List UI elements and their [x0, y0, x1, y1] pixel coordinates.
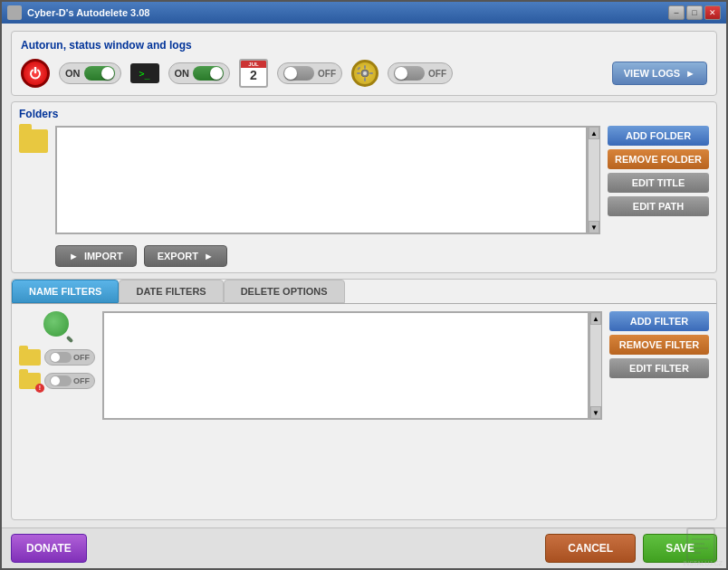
gear-toggle-group: OFF — [388, 62, 453, 84]
folder-icon — [19, 129, 48, 153]
tab-date-filters[interactable]: DATE FILTERS — [119, 280, 223, 303]
status-toggle[interactable] — [193, 66, 224, 81]
svg-rect-5 — [369, 72, 373, 74]
search-icon — [43, 311, 69, 337]
svg-rect-4 — [357, 72, 360, 74]
export-button[interactable]: EXPORT ► — [144, 245, 227, 267]
watermark-icon — [683, 524, 719, 563]
toggle2-label: ON — [175, 68, 190, 79]
autorun-controls: ON >_ ON JUL — [21, 59, 707, 88]
small-folder-2 — [19, 373, 41, 389]
cmd-icon: >_ — [130, 63, 159, 83]
toggle2-knob — [210, 67, 223, 80]
folder-list-container: ▲ ▼ — [55, 126, 600, 234]
mini-switch-2 — [50, 375, 72, 386]
import-export-row: ► IMPORT EXPORT ► — [55, 245, 600, 267]
filter-list-area: ▲ ▼ — [102, 311, 602, 512]
main-content: Autorun, status window and logs ON — [2, 24, 726, 527]
mini-off-label-2: OFF — [73, 376, 90, 385]
folders-title: Folders — [19, 108, 709, 120]
filter-body: OFF OFF — [12, 304, 716, 519]
folder-icon-area — [19, 126, 48, 153]
scroll-down-arrow[interactable]: ▼ — [589, 221, 599, 233]
add-filter-button[interactable]: ADD FILTER — [609, 311, 709, 331]
small-folder-1 — [19, 349, 41, 366]
window-title: Cyber-D's Autodelete 3.08 — [27, 7, 149, 18]
autorun-section: Autorun, status window and logs ON — [11, 31, 717, 96]
filter-row-1: OFF — [19, 349, 95, 366]
tab-name-filters[interactable]: NAME FILTERS — [12, 280, 119, 303]
svg-rect-2 — [364, 65, 366, 69]
svg-rect-6 — [357, 67, 360, 71]
svg-rect-3 — [364, 78, 366, 81]
power-button[interactable] — [21, 59, 50, 88]
edit-filter-button[interactable]: EDIT FILTER — [609, 358, 709, 378]
app-icon — [7, 5, 22, 20]
folder-buttons: ADD FOLDER REMOVE FOLDER EDIT TITLE EDIT… — [608, 126, 709, 216]
donate-button[interactable]: DONATE — [11, 534, 87, 563]
filter-buttons: ADD FILTER REMOVE FILTER EDIT FILTER — [609, 311, 709, 512]
autorun-toggle-group: ON — [59, 62, 121, 84]
remove-folder-button[interactable]: REMOVE FOLDER — [608, 149, 709, 169]
folders-section: Folders ▲ ▼ — [11, 101, 717, 273]
mini-toggle-2[interactable]: OFF — [44, 373, 95, 389]
status-toggle-group: ON — [168, 62, 231, 84]
filter-scroll-up[interactable]: ▲ — [590, 312, 601, 325]
scroll-track — [589, 139, 599, 221]
import-button[interactable]: ► IMPORT — [55, 245, 137, 267]
gear-toggle[interactable] — [394, 66, 425, 81]
gear-icon — [351, 60, 378, 87]
toggle4-label: OFF — [428, 69, 446, 79]
toggle3-label: OFF — [318, 69, 336, 79]
edit-path-button[interactable]: EDIT PATH — [608, 196, 709, 216]
toggle1-label: ON — [65, 68, 81, 79]
view-logs-button[interactable]: VIEW LOGS ► — [612, 62, 707, 85]
close-button[interactable]: ✕ — [704, 5, 721, 20]
toggle-knob — [101, 67, 114, 80]
mini-off-label-1: OFF — [73, 353, 90, 362]
svg-point-1 — [363, 71, 367, 75]
minimize-button[interactable]: – — [668, 5, 685, 20]
toggle4-knob — [395, 67, 407, 80]
titlebar: Cyber-D's Autodelete 3.08 – □ ✕ — [2, 2, 726, 24]
titlebar-controls: – □ ✕ — [668, 5, 721, 20]
filter-icons: OFF OFF — [19, 311, 95, 512]
bottom-bar: DONATE CANCEL SAVE INSTALUJ.CZ — [2, 527, 726, 568]
filter-section: NAME FILTERS DATE FILTERS DELETE OPTIONS — [11, 279, 717, 520]
calendar-toggle-group: OFF — [277, 62, 342, 84]
edit-title-button[interactable]: EDIT TITLE — [608, 173, 709, 193]
maximize-button[interactable]: □ — [686, 5, 703, 20]
remove-filter-button[interactable]: REMOVE FILTER — [609, 335, 709, 355]
cancel-button[interactable]: CANCEL — [545, 534, 636, 563]
autorun-title: Autorun, status window and logs — [21, 39, 707, 52]
main-window: Cyber-D's Autodelete 3.08 – □ ✕ Autorun,… — [0, 0, 728, 570]
filter-scrollbar[interactable]: ▲ ▼ — [589, 311, 602, 420]
titlebar-left: Cyber-D's Autodelete 3.08 — [7, 5, 149, 20]
folders-body: ▲ ▼ ► IMPORT EXPORT ► — [19, 126, 709, 267]
calendar-icon: JUL 2 — [239, 59, 268, 88]
autorun-toggle[interactable] — [84, 66, 115, 81]
filter-list[interactable] — [102, 311, 589, 420]
folder-list[interactable] — [55, 126, 588, 234]
filter-scroll-down[interactable]: ▼ — [590, 406, 601, 419]
folder-scrollbar[interactable]: ▲ ▼ — [588, 126, 600, 234]
scroll-up-arrow[interactable]: ▲ — [589, 127, 599, 139]
watermark-text: INSTALUJ.CZ — [683, 560, 723, 566]
tabs-row: NAME FILTERS DATE FILTERS DELETE OPTIONS — [12, 280, 716, 304]
add-folder-button[interactable]: ADD FOLDER — [608, 126, 709, 146]
toggle3-knob — [284, 67, 297, 80]
mini-toggle-1[interactable]: OFF — [44, 349, 95, 366]
filter-row-2: OFF — [19, 373, 95, 389]
mini-switch-1 — [50, 352, 72, 363]
tab-delete-options[interactable]: DELETE OPTIONS — [224, 280, 345, 303]
calendar-toggle[interactable] — [283, 66, 314, 81]
search-handle — [66, 336, 73, 343]
